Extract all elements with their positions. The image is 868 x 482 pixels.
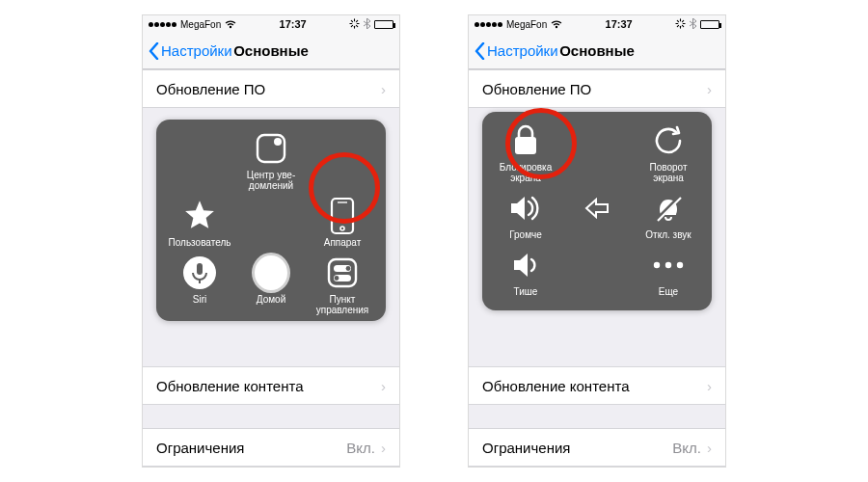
back-label: Настройки xyxy=(161,42,232,59)
rotate-icon xyxy=(649,121,688,160)
back-button[interactable]: Настройки xyxy=(149,42,232,60)
chevron-right-icon: › xyxy=(707,440,712,456)
battery-icon xyxy=(374,20,393,29)
carrier-label: MegaFon xyxy=(180,19,221,30)
carrier-label: MegaFon xyxy=(506,19,547,30)
back-label: Настройки xyxy=(487,42,558,59)
at-label: Тише xyxy=(514,286,538,297)
row-content-update[interactable]: Обновление контента › xyxy=(469,366,725,405)
at-label: Громче xyxy=(509,229,542,240)
at-label: Пункт управления xyxy=(316,294,369,315)
chevron-right-icon: › xyxy=(707,378,712,394)
clock: 17:37 xyxy=(606,18,633,30)
svg-point-11 xyxy=(340,227,344,230)
row-label: Обновление ПО xyxy=(156,81,265,97)
at-device[interactable]: Аппарат xyxy=(309,197,376,248)
loading-icon xyxy=(349,18,360,31)
svg-point-33 xyxy=(665,262,671,268)
lock-icon xyxy=(506,121,545,160)
svg-point-9 xyxy=(274,138,282,146)
svg-point-34 xyxy=(677,262,683,268)
at-label: Центр уве- домлений xyxy=(247,170,296,191)
svg-line-26 xyxy=(682,25,683,26)
at-label: Домой xyxy=(257,294,285,305)
at-control-center[interactable]: Пункт управления xyxy=(309,254,376,315)
row-label: Обновление контента xyxy=(156,378,304,394)
back-button[interactable]: Настройки xyxy=(475,42,558,60)
star-icon xyxy=(180,197,219,235)
at-rotate-screen[interactable]: Поворот экрана xyxy=(635,121,702,183)
bluetooth-icon xyxy=(690,18,696,31)
content-area: Обновление ПО › Обновление контента › Ог… xyxy=(143,69,399,467)
at-label: Siri xyxy=(193,294,206,305)
notification-center-icon xyxy=(252,129,290,168)
svg-line-7 xyxy=(356,20,357,21)
more-dots-icon xyxy=(649,246,688,284)
svg-rect-10 xyxy=(332,199,353,233)
row-restrictions[interactable]: Ограничения Вкл. › xyxy=(143,428,399,467)
mute-bell-icon xyxy=(649,189,688,228)
back-arrow-icon xyxy=(578,189,616,228)
assistive-touch-panel: Блокировка экрана Поворот экрана Громче xyxy=(482,112,712,310)
svg-rect-29 xyxy=(515,137,536,154)
svg-point-32 xyxy=(654,262,660,268)
content-area: Обновление ПО › Обновление контента › Ог… xyxy=(469,69,725,467)
nav-bar: Настройки Основные xyxy=(143,33,399,69)
row-software-update[interactable]: Обновление ПО › xyxy=(143,69,399,108)
volume-up-icon xyxy=(506,189,545,228)
signal-dots-icon xyxy=(149,22,176,27)
at-mute[interactable]: Откл. звук xyxy=(635,189,702,240)
at-back[interactable] xyxy=(563,189,631,240)
svg-rect-16 xyxy=(329,259,356,286)
row-label: Обновление ПО xyxy=(482,81,591,97)
row-content-update[interactable]: Обновление контента › xyxy=(143,366,399,405)
control-center-icon xyxy=(323,254,362,292)
svg-point-20 xyxy=(335,276,339,281)
at-siri[interactable]: Siri xyxy=(166,254,233,315)
at-label: Поворот экрана xyxy=(650,162,688,183)
status-bar: MegaFon 17:37 xyxy=(143,15,399,33)
row-label: Ограничения xyxy=(156,440,244,456)
svg-line-28 xyxy=(682,20,683,21)
at-notification-center[interactable]: Центр уве- домлений xyxy=(237,129,305,191)
battery-icon xyxy=(700,20,719,29)
at-volume-up[interactable]: Громче xyxy=(492,189,559,240)
svg-line-6 xyxy=(351,25,352,26)
svg-rect-14 xyxy=(197,263,203,275)
svg-line-5 xyxy=(356,25,357,26)
chevron-right-icon: › xyxy=(381,378,386,394)
at-label: Еще xyxy=(659,286,678,297)
chevron-right-icon: › xyxy=(707,81,712,97)
at-home[interactable]: Домой xyxy=(237,254,305,315)
at-volume-down[interactable]: Тише xyxy=(492,246,559,297)
row-label: Обновление контента xyxy=(482,378,630,394)
clock: 17:37 xyxy=(280,18,307,30)
svg-line-4 xyxy=(351,20,352,21)
at-label: Блокировка экрана xyxy=(500,162,553,183)
row-restrictions[interactable]: Ограничения Вкл. › xyxy=(469,428,725,467)
at-more[interactable]: Еще xyxy=(635,246,702,297)
chevron-right-icon: › xyxy=(381,440,386,456)
row-value: Вкл. xyxy=(346,440,375,456)
svg-point-18 xyxy=(346,266,351,271)
status-bar: MegaFon 17:37 xyxy=(469,15,725,33)
assistive-touch-panel: Центр уве- домлений Пользователь Аппарат xyxy=(156,120,386,321)
row-software-update[interactable]: Обновление ПО › xyxy=(469,69,725,108)
wifi-icon xyxy=(225,20,236,29)
volume-down-icon xyxy=(506,246,545,284)
loading-icon xyxy=(675,18,686,31)
at-lock-screen[interactable]: Блокировка экрана xyxy=(492,121,559,183)
at-user[interactable]: Пользователь xyxy=(166,197,233,248)
nav-bar: Настройки Основные xyxy=(469,33,725,69)
phone-left: MegaFon 17:37 Настройки Основные Обновле… xyxy=(142,14,400,468)
row-value: Вкл. xyxy=(672,440,701,456)
at-label: Пользователь xyxy=(169,237,231,248)
chevron-right-icon: › xyxy=(381,81,386,97)
siri-mic-icon xyxy=(180,254,219,292)
phone-device-icon xyxy=(323,197,362,235)
at-label: Откл. звук xyxy=(645,229,691,240)
wifi-icon xyxy=(551,20,562,29)
phone-right: MegaFon 17:37 Настройки Основные Обновле… xyxy=(468,14,726,468)
svg-line-27 xyxy=(677,25,678,26)
bluetooth-icon xyxy=(364,18,370,31)
